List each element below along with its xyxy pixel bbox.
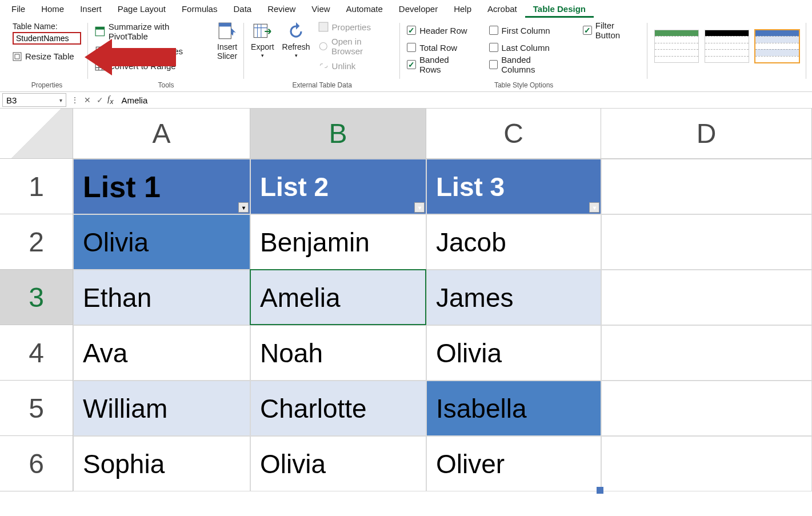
col-header-C[interactable]: C bbox=[426, 109, 601, 159]
enter-button[interactable]: ✓ bbox=[94, 94, 106, 106]
option-first-column[interactable]: First Column bbox=[489, 22, 566, 39]
cell[interactable] bbox=[601, 270, 812, 325]
refresh-button[interactable]: Refresh ▾ bbox=[282, 22, 310, 58]
cell[interactable]: Olivia bbox=[250, 436, 426, 491]
browser-icon bbox=[318, 41, 328, 51]
option-banded-rows[interactable]: Banded Rows bbox=[407, 56, 471, 73]
option-total-row[interactable]: Total Row bbox=[407, 39, 471, 56]
style-swatch[interactable] bbox=[705, 30, 749, 63]
cell[interactable]: Jacob bbox=[426, 214, 601, 270]
filter-button[interactable]: ▾ bbox=[238, 202, 249, 213]
checkbox-icon bbox=[407, 26, 416, 35]
formula-bar: B3▾ ⋮ ✕ ✓ fx Amelia bbox=[0, 91, 812, 109]
col-header-B[interactable]: B bbox=[250, 109, 426, 159]
unlink-button: Unlink bbox=[318, 61, 394, 71]
checkbox-icon bbox=[489, 60, 498, 69]
menu-developer[interactable]: Developer bbox=[391, 1, 446, 18]
svg-marker-11 bbox=[85, 39, 176, 75]
cell[interactable]: James bbox=[426, 270, 601, 325]
style-gallery[interactable] bbox=[654, 19, 799, 63]
group-caption: Table Style Options bbox=[494, 80, 553, 91]
filter-button[interactable]: ▾ bbox=[414, 202, 425, 213]
cell[interactable]: Charlotte bbox=[250, 381, 426, 436]
checkbox-icon bbox=[407, 43, 416, 52]
cell[interactable]: Amelia bbox=[250, 270, 426, 325]
menu-insert[interactable]: Insert bbox=[72, 1, 110, 18]
table-resize-handle[interactable] bbox=[597, 487, 603, 494]
cell[interactable] bbox=[601, 325, 812, 381]
resize-table-button[interactable]: Resize Table bbox=[13, 51, 74, 61]
cell[interactable]: Isabella bbox=[426, 381, 601, 436]
menu-bar: FileHomeInsertPage LayoutFormulasDataRev… bbox=[0, 0, 812, 18]
col-header-D[interactable]: D bbox=[601, 109, 812, 159]
group-caption: Tools bbox=[158, 80, 174, 91]
option-header-row[interactable]: Header Row bbox=[407, 22, 471, 39]
cell[interactable] bbox=[601, 214, 812, 270]
table-header[interactable]: List 2▾ bbox=[250, 159, 426, 214]
select-all-corner[interactable] bbox=[0, 109, 73, 159]
menu-automate[interactable]: Automate bbox=[338, 1, 391, 18]
svg-rect-0 bbox=[13, 53, 21, 61]
style-swatch[interactable] bbox=[755, 30, 799, 63]
group-caption: Properties bbox=[31, 80, 63, 91]
table-properties-button: Properties bbox=[318, 22, 394, 32]
fx-icon[interactable]: fx bbox=[107, 94, 113, 106]
menu-view[interactable]: View bbox=[303, 1, 338, 18]
ribbon: Table Name: Resize Table Properties Summ… bbox=[0, 18, 812, 91]
row-header-1[interactable]: 1 bbox=[0, 159, 73, 214]
cell[interactable]: Ava bbox=[73, 325, 250, 381]
menu-formulas[interactable]: Formulas bbox=[174, 1, 226, 18]
menu-data[interactable]: Data bbox=[225, 1, 259, 18]
formula-input[interactable]: Amelia bbox=[117, 95, 812, 105]
table-name-label: Table Name: bbox=[13, 22, 58, 31]
insert-slicer-button[interactable]: Insert Slicer bbox=[217, 22, 237, 61]
cell[interactable]: Noah bbox=[250, 325, 426, 381]
fb-sep: ⋮ bbox=[69, 94, 81, 106]
svg-rect-9 bbox=[319, 22, 328, 31]
slicer-icon bbox=[218, 22, 237, 41]
export-button[interactable]: Export ▾ bbox=[251, 22, 274, 58]
table-header[interactable]: List 3▾ bbox=[426, 159, 601, 214]
group-caption: External Table Data bbox=[292, 80, 352, 91]
checkbox-icon bbox=[583, 26, 592, 35]
resize-icon bbox=[13, 52, 22, 61]
group-caption bbox=[726, 63, 727, 74]
menu-review[interactable]: Review bbox=[259, 1, 303, 18]
row-header-6[interactable]: 6 bbox=[0, 436, 73, 491]
checkbox-icon bbox=[489, 26, 498, 35]
worksheet[interactable]: ABCD123456List 1▾List 2▾List 3▾OliviaBen… bbox=[0, 109, 812, 516]
option-banded-columns[interactable]: Banded Columns bbox=[489, 56, 566, 73]
export-icon bbox=[253, 22, 272, 41]
cell[interactable] bbox=[601, 436, 812, 491]
svg-point-10 bbox=[319, 42, 327, 50]
menu-home[interactable]: Home bbox=[33, 1, 72, 18]
row-header-4[interactable]: 4 bbox=[0, 325, 73, 381]
table-header[interactable]: List 1▾ bbox=[73, 159, 250, 214]
option-filter-button[interactable]: Filter Button bbox=[583, 22, 641, 39]
cell[interactable]: Sophia bbox=[73, 436, 250, 491]
cell[interactable]: Benjamin bbox=[250, 214, 426, 270]
menu-table-design[interactable]: Table Design bbox=[525, 1, 594, 18]
filter-button[interactable]: ▾ bbox=[589, 202, 599, 213]
menu-acrobat[interactable]: Acrobat bbox=[479, 1, 525, 18]
option-last-column[interactable]: Last Column bbox=[489, 39, 566, 56]
cell[interactable]: William bbox=[73, 381, 250, 436]
row-header-2[interactable]: 2 bbox=[0, 214, 73, 270]
menu-help[interactable]: Help bbox=[446, 1, 479, 18]
cell[interactable]: Olivia bbox=[73, 214, 250, 270]
row-header-5[interactable]: 5 bbox=[0, 381, 73, 436]
menu-page-layout[interactable]: Page Layout bbox=[110, 1, 174, 18]
cell[interactable]: Olivia bbox=[426, 325, 601, 381]
cell[interactable] bbox=[601, 159, 812, 214]
table-name-input[interactable] bbox=[13, 32, 81, 45]
row-header-3[interactable]: 3 bbox=[0, 270, 73, 325]
cell[interactable]: Ethan bbox=[73, 270, 250, 325]
menu-file[interactable]: File bbox=[3, 1, 33, 18]
cell[interactable]: Oliver bbox=[426, 436, 601, 491]
cancel-button[interactable]: ✕ bbox=[81, 94, 94, 106]
name-box[interactable]: B3▾ bbox=[2, 93, 66, 107]
svg-rect-7 bbox=[219, 23, 231, 26]
col-header-A[interactable]: A bbox=[73, 109, 250, 159]
cell[interactable] bbox=[601, 381, 812, 436]
style-swatch[interactable] bbox=[654, 30, 699, 63]
